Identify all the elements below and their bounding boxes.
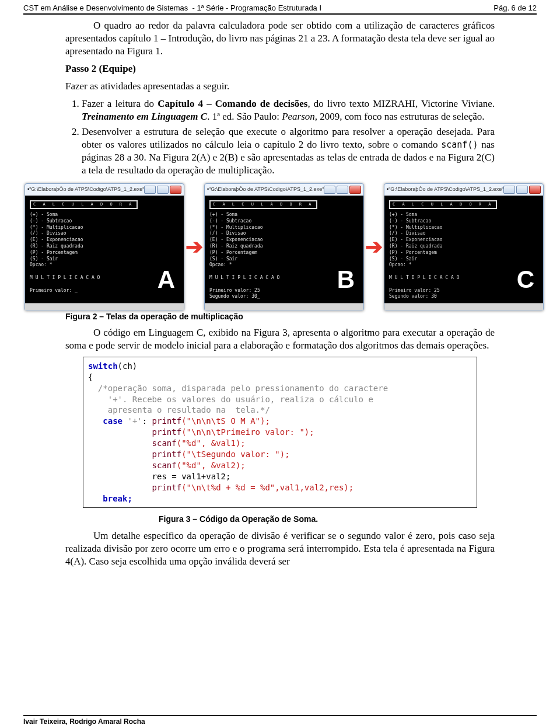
step-heading: Passo 2 (Equipe) <box>65 62 495 75</box>
figure2-caption: Figura 2 – Telas da operação de multipli… <box>65 311 495 322</box>
header-rule <box>23 13 537 15</box>
code-block: switch(ch) { /*operação soma, disparada … <box>83 357 477 508</box>
list-item: Desenvolver a estrutura de seleção que e… <box>82 126 495 177</box>
minimize-icon <box>324 186 335 194</box>
maximize-icon <box>337 186 348 194</box>
arrow-right-icon: ➔ <box>186 234 203 261</box>
paragraph-activities: Fazer as atividades apresentadas a segui… <box>65 80 495 93</box>
maximize-icon <box>157 186 169 194</box>
label-b: B <box>337 264 355 296</box>
footer-authors: Ivair Teixeira, Rodrigo Amaral Rocha <box>23 717 537 726</box>
paragraph-division: Um detalhe específico da operação de div… <box>65 530 495 568</box>
console-a: •"G:\ElaboraþÒo de ATPS\Codigo\ATPS_1_2.… <box>24 183 184 311</box>
activity-list: Fazer a leitura do Capítulo 4 – Comando … <box>65 97 495 177</box>
paragraph-intro: O quadro ao redor da palavra calculadora… <box>65 19 495 58</box>
list-item: Fazer a leitura do Capítulo 4 – Comando … <box>82 97 495 123</box>
page-header: CST em Análise e Desenvolvimento de Sist… <box>0 0 560 13</box>
close-icon <box>529 186 541 194</box>
code-figure: switch(ch) { /*operação soma, disparada … <box>83 357 477 508</box>
console-screenshots: •"G:\ElaboraþÒo de ATPS\Codigo\ATPS_1_2.… <box>24 183 536 311</box>
close-icon <box>170 186 181 194</box>
page-footer: Ivair Teixeira, Rodrigo Amaral Rocha <box>0 713 560 729</box>
label-a: A <box>158 264 175 296</box>
header-right: Pág. 6 de 12 <box>494 4 537 12</box>
close-icon <box>349 186 361 194</box>
console-c: •"G:\ElaboraþÒo de ATPS\Codigo\ATPS_1_2.… <box>384 183 544 311</box>
figure3-caption: Figura 3 – Código da Operação de Soma. <box>42 514 495 524</box>
maximize-icon <box>516 186 528 194</box>
minimize-icon <box>503 186 515 194</box>
arrow-right-icon: ➔ <box>365 234 383 261</box>
label-c: C <box>517 264 534 296</box>
paragraph-code-intro: O código em Linguagem C, exibido na Figu… <box>65 326 495 352</box>
console-b: •"G:\ElaboraþÒo de ATPS\Codigo\ATPS_1_2.… <box>204 183 364 311</box>
minimize-icon <box>144 186 156 194</box>
header-left: CST em Análise e Desenvolvimento de Sist… <box>23 4 321 12</box>
